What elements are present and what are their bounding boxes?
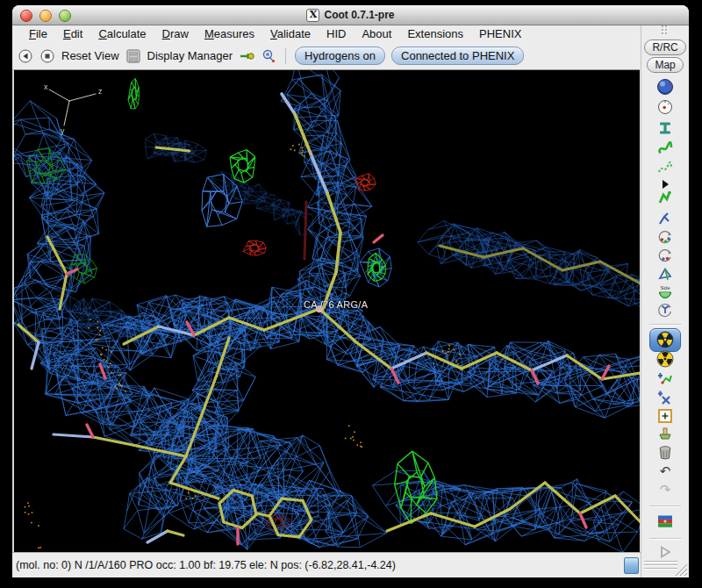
graphics-viewport[interactable]: CA /76 ARG/A	[12, 69, 640, 552]
menu-file[interactable]: File	[21, 25, 55, 42]
menu-bar: FileEditCalculateDrawMeasuresValidateHID…	[12, 25, 641, 43]
add-atom-at-pointer-button[interactable]	[641, 389, 689, 406]
molecule-chooser-icon[interactable]	[261, 48, 276, 64]
x11-icon: X	[306, 9, 319, 22]
add-terminal-residue-button[interactable]	[641, 331, 689, 348]
back-view-icon[interactable]	[18, 48, 33, 64]
resize-grip[interactable]	[672, 561, 688, 577]
view-sphere-button[interactable]	[641, 78, 689, 96]
side-chain-180-degree-button[interactable]: Side	[641, 284, 689, 302]
recentre-view-icon[interactable]	[39, 48, 55, 64]
rotate-translate-button[interactable]	[641, 160, 689, 177]
accept-reject-icon	[656, 543, 674, 561]
mutate-residue-button[interactable]	[641, 302, 689, 319]
status-scrollbar[interactable]	[624, 557, 639, 574]
edit-chi-angles-button[interactable]	[641, 228, 689, 246]
delete-item-button[interactable]	[641, 444, 689, 462]
close-button[interactable]	[20, 10, 32, 22]
toolbar-separator	[285, 48, 286, 64]
torsion-general-icon	[656, 247, 674, 264]
rigid-body-fit-icon	[656, 119, 674, 137]
recentre-button[interactable]	[641, 98, 689, 116]
map-button[interactable]: Map	[641, 56, 689, 74]
rotamers-button[interactable]	[641, 210, 689, 227]
fill-partial-residues-button[interactable]	[641, 426, 689, 443]
display-manager-button[interactable]: Display Manager	[147, 49, 233, 62]
toolbar-grip[interactable]	[641, 22, 689, 39]
status-text: (mol. no: 0) N /1/A/160 PRO occ: 1.00 bf…	[16, 559, 396, 571]
menu-calculate[interactable]: Calculate	[90, 25, 154, 42]
mutate-residue-icon	[656, 302, 674, 319]
window-controls	[20, 10, 71, 22]
flip-peptide-icon	[656, 266, 674, 283]
auto-fit-rotamer-icon	[656, 189, 674, 206]
add-residue-icon	[656, 369, 674, 387]
place-atom-button[interactable]	[641, 407, 689, 425]
add-alt-conf-icon	[656, 350, 674, 368]
display-manager-icon[interactable]	[125, 48, 141, 64]
electron-density-canvas[interactable]	[14, 70, 640, 552]
menu-extensions[interactable]: Extensions	[399, 25, 471, 42]
window-title-text: Coot 0.7.1-pre	[324, 9, 394, 21]
toolbar-separator	[649, 506, 681, 506]
rotate-translate-zone-icon	[656, 140, 674, 157]
rotate-translate-zone-button[interactable]	[641, 140, 689, 157]
delete-item-icon	[656, 444, 674, 462]
menu-hid[interactable]: HID	[319, 25, 354, 42]
fill-partial-residues-icon	[656, 426, 674, 443]
side-chain-180-degree-icon: Side	[656, 284, 674, 302]
menu-measures[interactable]: Measures	[197, 25, 262, 42]
auto-fit-rotamer-button[interactable]	[641, 189, 689, 206]
svg-text:↷: ↷	[660, 482, 671, 498]
accept-reject-button[interactable]	[641, 543, 689, 561]
toolbar-separator	[649, 538, 681, 539]
menu-validate[interactable]: Validate	[262, 25, 319, 42]
title-bar[interactable]: X Coot 0.7.1-pre	[12, 5, 689, 25]
view-sphere-icon	[656, 78, 674, 96]
add-residue-button[interactable]	[641, 369, 689, 387]
toolbar-separator	[649, 324, 681, 325]
undo-button[interactable]: ↶	[641, 463, 689, 480]
hydrogens-toggle-button[interactable]: Hydrogens on	[295, 47, 385, 65]
recentre-icon	[656, 98, 674, 116]
reset-view-button[interactable]: Reset View	[61, 49, 119, 62]
reso-recontour-button[interactable]: R/RC	[641, 39, 689, 56]
menu-about[interactable]: About	[354, 25, 399, 42]
place-atom-icon	[656, 407, 674, 425]
rigid-body-fit-button[interactable]	[641, 119, 689, 137]
svg-text:Side: Side	[661, 285, 670, 290]
toolbar: Reset View Display Manager	[12, 43, 641, 69]
undo-icon: ↶	[656, 463, 674, 480]
rotate-translate-icon	[656, 160, 674, 177]
menu-phenix[interactable]: PHENIX	[471, 25, 529, 42]
go-to-atom-icon[interactable]	[239, 48, 254, 64]
minimize-button[interactable]	[39, 10, 52, 22]
coot-window: X Coot 0.7.1-pre FileEditCalculateDrawMe…	[12, 5, 689, 577]
window-title: X Coot 0.7.1-pre	[306, 9, 394, 22]
add-atom-at-pointer-icon	[656, 389, 674, 406]
svg-text:↶: ↶	[660, 463, 671, 479]
add-alt-conf-button[interactable]	[641, 350, 689, 368]
zoom-button[interactable]	[59, 10, 71, 22]
menu-edit[interactable]: Edit	[55, 25, 90, 42]
torsion-general-button[interactable]	[641, 247, 689, 264]
run-refmac-button[interactable]	[641, 513, 689, 530]
redo-icon: ↷	[656, 481, 674, 498]
menu-draw[interactable]: Draw	[154, 25, 197, 42]
run-refmac-icon	[656, 513, 674, 530]
edit-chi-angles-icon	[656, 228, 674, 246]
rotamers-icon	[656, 210, 674, 227]
radiation-icon	[656, 331, 674, 348]
status-bar: (mol. no: 0) N /1/A/160 PRO occ: 1.00 bf…	[12, 552, 641, 577]
flip-peptide-button[interactable]	[641, 266, 689, 283]
model-fit-refine-toolbar: R/RC Map Side ↶↷	[641, 25, 689, 577]
phenix-connection-button[interactable]: Connected to PHENIX	[391, 47, 524, 65]
redo-button[interactable]: ↷	[641, 481, 689, 498]
